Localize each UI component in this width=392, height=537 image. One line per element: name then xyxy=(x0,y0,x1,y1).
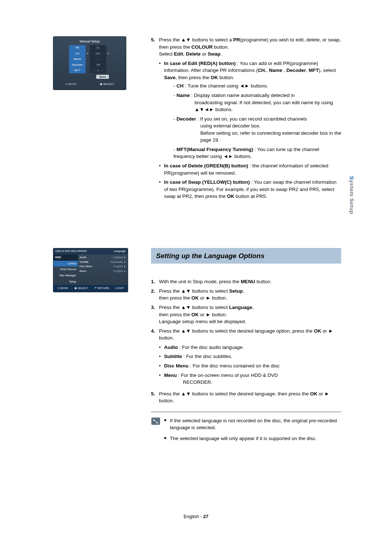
mini-select: ◉ SELECT xyxy=(100,82,114,86)
block-manual-setup: Manual Setup PR01 CH►002► Name- - - - De… xyxy=(54,36,341,204)
mini-footer: ◇ MOVE ◉ SELECT xyxy=(53,82,126,86)
note-icon xyxy=(151,417,160,425)
edit-bullets: In case of Edit (RED(A) button) : You ca… xyxy=(159,60,341,200)
mini2-title-left: HDD & DVD RECORDER xyxy=(56,249,87,253)
edit-sublist: - CH : Tune the channel using ◄► buttons… xyxy=(168,82,341,160)
mini-move: ◇ MOVE xyxy=(65,82,77,86)
mini-table: PR01 CH►002► Name- - - - DecoderOff MFT-… xyxy=(69,45,110,80)
page: System Setup Manual Setup PR01 CH►002► N… xyxy=(0,0,392,537)
lang-step-1: 1. With the unit in Stop mode, press the… xyxy=(151,278,341,285)
section-title: Setting up the Language Options xyxy=(151,248,341,264)
lang-step-4: 4. Press the ▲▼ buttons to select the de… xyxy=(151,328,341,388)
lang-step-2: 2. Press the ▲▼ buttons to select Setup,… xyxy=(151,288,341,302)
side-tab: System Setup xyxy=(348,176,356,214)
lang-options: Audio : For the disc audio language. Sub… xyxy=(159,344,341,386)
lang-step-3: 3. Press the ▲▼ buttons to select Langua… xyxy=(151,304,341,325)
right-arrow-icon: ► xyxy=(106,51,110,57)
mini-save: Save xyxy=(96,75,109,79)
block-language: HDD & DVD RECORDER Language HDD Library … xyxy=(54,248,341,446)
lang-step-5: 5. Press the ▲▼ buttons to select the de… xyxy=(151,390,341,404)
mini2-footer: ◇ MOVE ◉ SELECT ↶ RETURN ⎋ EXIT xyxy=(53,285,128,292)
left-arrow-icon: ► xyxy=(86,51,90,57)
mini-title: Manual Setup xyxy=(53,38,126,45)
note-list: If the selected language is not recorded… xyxy=(164,417,341,446)
step-5: 5. Press the ▲▼ buttons to select a PR(p… xyxy=(151,36,341,202)
mini2-title-right: Language xyxy=(114,249,126,253)
page-footer: English - 27 xyxy=(0,513,392,520)
language-screenshot: HDD & DVD RECORDER Language HDD Library … xyxy=(53,248,128,292)
manual-setup-screenshot: Manual Setup PR01 CH►002► Name- - - - De… xyxy=(53,36,126,90)
note-box: If the selected language is not recorded… xyxy=(151,412,341,446)
mini2-sidebar: HDD Library Timer Record Disc Manager Se… xyxy=(53,255,78,285)
mini2-content: Audio: Original ► Subtitle: Automatic ► … xyxy=(78,255,128,285)
